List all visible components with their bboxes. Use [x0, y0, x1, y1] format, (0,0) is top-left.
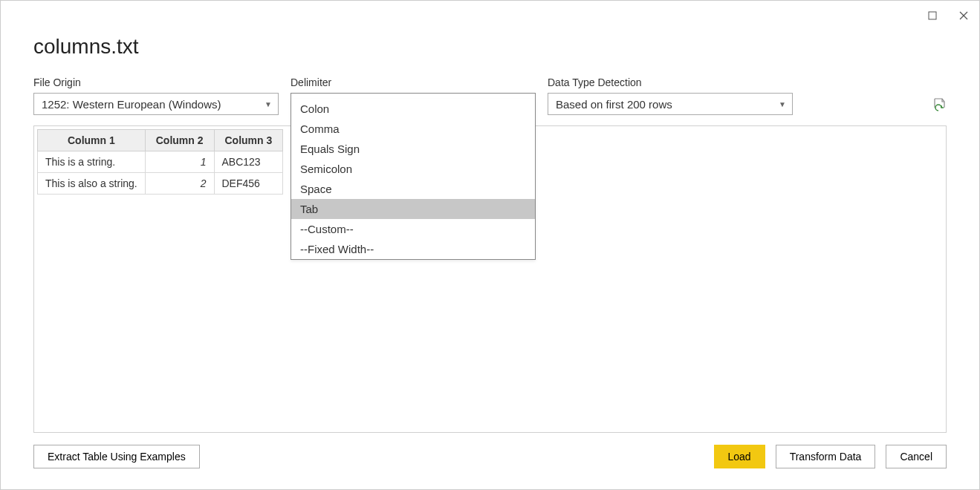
file-origin-label: File Origin: [33, 76, 279, 88]
cell: 1: [145, 151, 214, 173]
column-header: Column 1: [38, 130, 146, 151]
transform-data-button[interactable]: Transform Data: [776, 445, 876, 468]
column-header: Column 3: [214, 130, 283, 151]
delimiter-label: Delimiter: [291, 76, 536, 88]
maximize-button[interactable]: [926, 9, 939, 22]
chevron-down-icon: ▼: [265, 100, 272, 108]
file-origin-value: 1252: Western European (Windows): [42, 98, 221, 111]
delimiter-option[interactable]: Tab: [291, 199, 535, 219]
svg-rect-0: [929, 12, 936, 19]
table-row: This is a string.1ABC123: [38, 151, 283, 173]
refresh-preview-button[interactable]: [932, 97, 947, 115]
navigator-dialog: columns.txt File Origin 1252: Western Eu…: [0, 0, 980, 490]
file-origin-dropdown[interactable]: 1252: Western European (Windows) ▼: [33, 93, 279, 115]
cell: This is also a string.: [38, 173, 146, 195]
delimiter-option[interactable]: Equals Sign: [291, 139, 535, 159]
close-button[interactable]: [957, 9, 970, 22]
preview-table: Column 1Column 2Column 3 This is a strin…: [37, 129, 283, 195]
chevron-down-icon: ▼: [779, 100, 786, 108]
extract-table-button[interactable]: Extract Table Using Examples: [33, 445, 200, 468]
delimiter-options-list: ColonCommaEquals SignSemicolonSpaceTab--…: [291, 99, 536, 260]
delimiter-option[interactable]: Space: [291, 179, 535, 199]
cell: This is a string.: [38, 151, 146, 173]
cell: DEF456: [214, 173, 283, 195]
page-title: columns.txt: [33, 35, 947, 59]
cell: 2: [145, 173, 214, 195]
detection-dropdown[interactable]: Based on first 200 rows ▼: [548, 93, 793, 115]
delimiter-option[interactable]: --Custom--: [291, 219, 535, 239]
table-row: This is also a string.2DEF456: [38, 173, 283, 195]
delimiter-option[interactable]: Colon: [291, 99, 535, 119]
cell: ABC123: [214, 151, 283, 173]
dialog-footer: Extract Table Using Examples Load Transf…: [1, 433, 979, 489]
column-header: Column 2: [145, 130, 214, 151]
delimiter-option[interactable]: Comma: [291, 119, 535, 139]
detection-label: Data Type Detection: [548, 76, 793, 88]
cancel-button[interactable]: Cancel: [886, 445, 947, 468]
detection-value: Based on first 200 rows: [556, 98, 672, 111]
delimiter-option[interactable]: --Fixed Width--: [291, 239, 535, 259]
load-button[interactable]: Load: [714, 445, 765, 468]
titlebar: [1, 1, 979, 30]
delimiter-option[interactable]: Semicolon: [291, 159, 535, 179]
